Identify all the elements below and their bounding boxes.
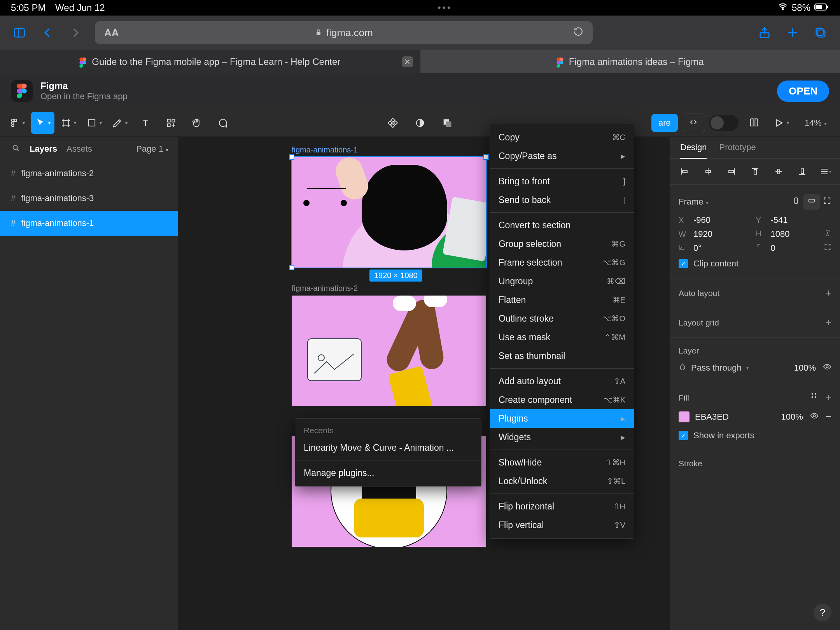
ctx-plugins[interactable]: Plugins▸ xyxy=(490,409,634,428)
ctx-flip-v[interactable]: Flip vertical⇧V xyxy=(490,516,634,534)
sidebar-toggle-icon[interactable] xyxy=(11,24,28,41)
manage-plugins[interactable]: Manage plugins... xyxy=(295,464,481,482)
ctx-send-back[interactable]: Send to back[ xyxy=(490,191,634,209)
add-fill-button[interactable]: + xyxy=(826,392,831,404)
add-autolayout-button[interactable]: + xyxy=(826,287,831,299)
boolean-icon[interactable] xyxy=(436,112,459,134)
rotation-field[interactable]: 0° xyxy=(679,243,754,253)
back-icon[interactable] xyxy=(39,24,56,41)
pen-tool-button[interactable]: ▾ xyxy=(108,112,131,134)
page-selector[interactable]: Page 1 ▾ xyxy=(136,144,168,154)
frame-tool-button[interactable]: ▾ xyxy=(57,112,80,134)
ctx-flip-h[interactable]: Flip horizontal⇧H xyxy=(490,497,634,516)
width-field[interactable]: W1920 xyxy=(679,229,754,239)
independent-corners-icon[interactable] xyxy=(824,243,831,253)
close-tab-icon[interactable]: ✕ xyxy=(402,56,413,67)
constrain-icon[interactable] xyxy=(824,229,831,239)
ctx-set-thumbnail[interactable]: Set as thumbnail xyxy=(490,346,634,365)
canvas-frame-selected[interactable]: figma-animations-1 19 xyxy=(292,157,486,268)
align-top-icon[interactable] xyxy=(749,166,761,177)
layer-item-selected[interactable]: #figma-animations-1 xyxy=(0,211,178,236)
mask-icon[interactable] xyxy=(408,112,432,134)
resources-button[interactable] xyxy=(159,112,183,134)
new-tab-icon[interactable] xyxy=(784,24,801,41)
plugin-recent-item[interactable]: Linearity Move & Curve - Animation ... xyxy=(295,438,481,457)
ctx-copy[interactable]: Copy⌘C xyxy=(490,128,634,147)
layers-tab[interactable]: Layers xyxy=(30,144,57,154)
align-left-icon[interactable] xyxy=(679,166,690,177)
browser-tab-inactive[interactable]: Guide to the Figma mobile app – Figma Le… xyxy=(0,50,420,73)
styles-icon[interactable] xyxy=(810,392,818,404)
clip-content-checkbox[interactable]: ✓ xyxy=(679,259,688,268)
align-vcenter-icon[interactable] xyxy=(773,166,784,177)
blend-mode-dropdown[interactable]: Pass through▾ xyxy=(679,363,749,373)
frame-type-dropdown[interactable]: Frame ▾ xyxy=(679,197,709,207)
multitask-dots-icon[interactable]: ••• xyxy=(438,2,452,13)
align-bottom-icon[interactable] xyxy=(796,166,808,177)
design-tab[interactable]: Design xyxy=(680,142,707,159)
open-in-app-button[interactable]: OPEN xyxy=(777,80,829,102)
ctx-outline-stroke[interactable]: Outline stroke⌥⌘O xyxy=(490,309,634,328)
resize-fill-icon[interactable] xyxy=(803,194,820,210)
ctx-create-component[interactable]: Create component⌥⌘K xyxy=(490,390,634,409)
ctx-show-hide[interactable]: Show/Hide⇧⌘H xyxy=(490,453,634,472)
ctx-flatten[interactable]: Flatten⌘E xyxy=(490,290,634,309)
hand-tool-button[interactable] xyxy=(185,112,208,134)
canvas-frame[interactable]: figma-animations-2 xyxy=(292,296,486,406)
assets-tab[interactable]: Assets xyxy=(66,144,92,154)
component-icon[interactable] xyxy=(381,112,404,134)
shape-tool-button[interactable]: ▾ xyxy=(82,112,106,134)
layer-item[interactable]: #figma-animations-2 xyxy=(0,161,178,186)
ctx-frame-selection[interactable]: Frame selection⌥⌘G xyxy=(490,253,634,272)
layer-item[interactable]: #figma-animations-3 xyxy=(0,186,178,211)
svg-rect-6 xyxy=(317,32,320,35)
ctx-ungroup[interactable]: Ungroup⌘⌫ xyxy=(490,272,634,290)
visibility-icon[interactable] xyxy=(823,362,831,373)
corner-field[interactable]: 0 xyxy=(756,243,832,253)
ctx-add-autolayout[interactable]: Add auto layout⇧A xyxy=(490,372,634,390)
prototype-tab[interactable]: Prototype xyxy=(719,142,756,158)
share-button[interactable]: are xyxy=(651,114,678,132)
align-hcenter-icon[interactable] xyxy=(702,166,714,177)
fill-visibility-icon[interactable] xyxy=(810,411,819,422)
move-tool-button[interactable]: ▾ xyxy=(31,112,54,134)
share-icon[interactable] xyxy=(756,24,773,41)
ctx-lock-unlock[interactable]: Lock/Unlock⇧⌘L xyxy=(490,472,634,490)
height-field[interactable]: H1080 xyxy=(756,229,832,239)
tabs-overview-icon[interactable] xyxy=(812,24,829,41)
zoom-level[interactable]: 14% ▾ xyxy=(805,118,827,128)
comment-tool-button[interactable] xyxy=(211,112,234,134)
ctx-use-mask[interactable]: Use as mask⌃⌘M xyxy=(490,328,634,346)
main-menu-button[interactable]: ▾ xyxy=(5,112,29,134)
x-field[interactable]: X-960 xyxy=(679,215,754,225)
remove-fill-icon[interactable]: − xyxy=(826,411,831,423)
ctx-bring-front[interactable]: Bring to front] xyxy=(490,172,634,191)
browser-tab-active[interactable]: Figma animations ideas – Figma xyxy=(420,50,840,73)
help-button[interactable]: ? xyxy=(814,604,831,621)
add-layoutgrid-button[interactable]: + xyxy=(826,317,831,329)
library-icon[interactable] xyxy=(742,112,766,134)
fill-hex[interactable]: EBA3ED xyxy=(695,412,729,422)
distribute-icon[interactable]: ▾ xyxy=(820,166,831,177)
frame-label[interactable]: figma-animations-2 xyxy=(292,284,358,293)
frame-label[interactable]: figma-animations-1 xyxy=(292,145,358,154)
inspect-toggle[interactable] xyxy=(709,115,738,131)
text-tool-button[interactable] xyxy=(134,112,157,134)
y-field[interactable]: Y-541 xyxy=(756,215,832,225)
ctx-convert-section[interactable]: Convert to section xyxy=(490,216,634,234)
ctx-copy-paste-as[interactable]: Copy/Paste as▸ xyxy=(490,147,634,165)
address-bar[interactable]: AA figma.com xyxy=(95,21,593,44)
svg-rect-15 xyxy=(12,119,14,122)
ctx-widgets[interactable]: Widgets▸ xyxy=(490,428,634,446)
show-in-exports-checkbox[interactable]: ✓ xyxy=(679,431,688,440)
fill-swatch[interactable] xyxy=(679,411,690,422)
ctx-group[interactable]: Group selection⌘G xyxy=(490,234,634,253)
search-icon[interactable] xyxy=(12,144,20,154)
fit-icon[interactable] xyxy=(823,196,831,207)
opacity-field[interactable]: 100% xyxy=(794,363,816,373)
dev-mode-button[interactable] xyxy=(682,114,705,132)
align-right-icon[interactable] xyxy=(726,166,737,177)
resize-fixed-icon[interactable] xyxy=(792,196,800,207)
fill-opacity[interactable]: 100% xyxy=(781,412,803,422)
present-button[interactable]: ▾ xyxy=(770,112,793,134)
